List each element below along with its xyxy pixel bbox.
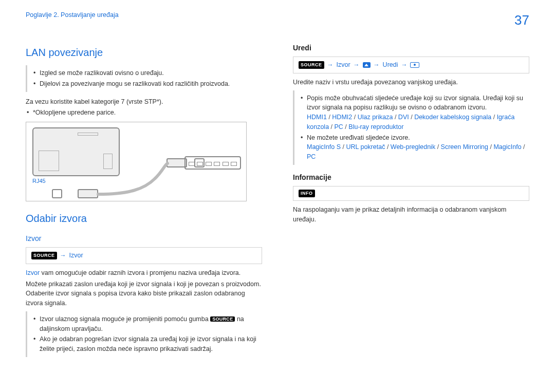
separator: /: [522, 143, 525, 151]
source-list-2: MagicInfo S / URL pokretač / Web-pregled…: [307, 142, 529, 162]
arrow-right-icon: →: [60, 251, 66, 260]
note-item: Izvor ulaznog signala moguće je promijen…: [32, 314, 262, 334]
nav-path-info: INFO: [293, 186, 529, 201]
separator: /: [343, 123, 348, 130]
page-number: 37: [514, 10, 529, 30]
paragraph: Izvor vam omogućuje odabir raznih izvora…: [26, 268, 262, 278]
nav-path-uredi: SOURCE → Izvor → → Uredi →: [293, 57, 529, 73]
nav-path-izvor: SOURCE → Izvor: [26, 247, 262, 264]
heading-uredi: Uredi: [293, 43, 529, 53]
source-option: DVI: [398, 114, 409, 121]
source-option: Web-preglednik: [391, 143, 435, 151]
network-hub-icon: [184, 156, 241, 170]
source-option: PC: [335, 123, 343, 130]
nav-item: Uredi: [383, 60, 398, 70]
paragraph: Možete prikazati zaslon uređaja koji je …: [26, 279, 262, 308]
source-option: MagicInfo: [493, 143, 521, 151]
arrow-right-icon: →: [401, 60, 407, 69]
paragraph: Na raspolaganju vam je prikaz detaljnih …: [293, 205, 529, 225]
paragraph: Uredite naziv i vrstu uređaja povezanog …: [293, 78, 529, 87]
source-button-icon: SOURCE: [210, 316, 235, 322]
note-item: Ne možete uređivati sljedeće izvore. Mag…: [300, 133, 529, 162]
cable-plug-icon: [166, 158, 187, 167]
separator: /: [488, 143, 493, 151]
source-option: MagicInfo S: [307, 143, 341, 151]
list-item: *Oklopljene upredene parice.: [26, 108, 262, 118]
rj45-label: RJ45: [32, 177, 46, 185]
heading-odabir: Odabir izvora: [26, 211, 262, 226]
note-item: Izgled se može razlikovati ovisno o uređ…: [32, 68, 262, 78]
source-option: Blu-ray reproduktor: [348, 123, 403, 130]
separator: /: [352, 114, 357, 121]
source-option: Ulaz prikaza: [358, 114, 393, 121]
rj45-port-icon: [52, 189, 62, 198]
note-item: Popis može obuhvaćati sljedeće uređaje k…: [300, 94, 529, 132]
info-button-icon: INFO: [299, 190, 315, 198]
right-column: Uredi SOURCE → Izvor → → Uredi → Uredite…: [293, 35, 529, 362]
enter-button-icon: [410, 62, 419, 68]
source-option: HDMI1: [307, 114, 327, 121]
source-option: Screen Mirroring: [441, 143, 488, 151]
nav-item: Izvor: [69, 251, 83, 260]
source-button-icon: SOURCE: [31, 252, 57, 260]
note-box-izvor: Izvor ulaznog signala moguće je promijen…: [26, 311, 262, 357]
separator: /: [385, 143, 390, 151]
note-item: Dijelovi za povezivanje mogu se razlikov…: [32, 79, 262, 89]
chapter-label: Poglavlje 2. Postavljanje uređaja: [26, 10, 119, 20]
cable-plug-icon: [78, 189, 98, 198]
source-button-icon: SOURCE: [299, 61, 324, 69]
separator: /: [409, 114, 414, 121]
source-option: Dekoder kabelskog signala: [414, 114, 491, 121]
source-list-1: HDMI1 / HDMI2 / Ulaz prikaza / DVI / Dek…: [307, 113, 529, 132]
arrow-right-icon: →: [327, 60, 334, 69]
lan-diagram: RJ45: [26, 122, 247, 201]
separator: /: [341, 143, 346, 151]
monitor-back-icon: [32, 127, 120, 176]
note-item: Ako je odabran pogrešan izvor signala za…: [32, 334, 262, 354]
arrow-right-icon: →: [374, 60, 380, 69]
up-button-icon: [363, 62, 371, 68]
source-option: PC: [307, 153, 316, 160]
separator: /: [491, 114, 496, 121]
text-run: Ne možete uređivati sljedeće izvore.: [307, 134, 410, 141]
nav-item: Izvor: [337, 60, 350, 70]
paragraph: Za vezu koristite kabel kategorije 7 (vr…: [26, 97, 262, 107]
term-izvor: Izvor: [26, 269, 40, 276]
separator: /: [393, 114, 398, 121]
text-run: Popis može obuhvaćati sljedeće uređaje k…: [307, 95, 523, 111]
note-box-lan: Izgled se može razlikovati ovisno o uređ…: [26, 65, 262, 92]
text-run: Izvor ulaznog signala moguće je promijen…: [40, 315, 210, 323]
heading-informacije: Informacije: [293, 172, 529, 183]
text-run: vam omogućuje odabir raznih izvora i pro…: [40, 269, 240, 276]
heading-lan: LAN povezivanje: [26, 45, 262, 60]
note-box-uredi: Popis može obuhvaćati sljedeće uređaje k…: [293, 90, 529, 165]
separator: /: [327, 114, 332, 121]
source-option: URL pokretač: [346, 143, 385, 151]
separator: /: [435, 143, 440, 151]
source-option: HDMI2: [332, 114, 352, 121]
heading-izvor: Izvor: [26, 233, 262, 244]
arrow-right-icon: →: [354, 60, 360, 69]
separator: /: [329, 123, 334, 130]
left-column: LAN povezivanje Izgled se može razlikova…: [26, 35, 262, 362]
